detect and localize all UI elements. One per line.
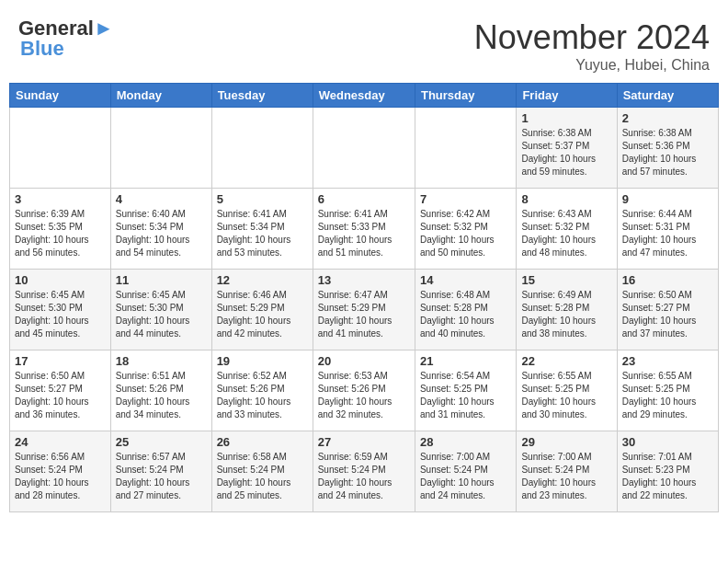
day-info: Sunrise: 6:47 AM Sunset: 5:29 PM Dayligh…	[318, 289, 410, 340]
day-number: 22	[521, 354, 611, 368]
day-info: Sunrise: 6:43 AM Sunset: 5:32 PM Dayligh…	[521, 208, 611, 259]
col-header-tuesday: Tuesday	[211, 84, 313, 108]
day-info: Sunrise: 6:52 AM Sunset: 5:26 PM Dayligh…	[217, 370, 308, 421]
day-number: 10	[15, 273, 106, 287]
calendar-week-3: 10Sunrise: 6:45 AM Sunset: 5:30 PM Dayli…	[10, 270, 719, 350]
day-number: 4	[116, 192, 207, 206]
day-info: Sunrise: 6:41 AM Sunset: 5:34 PM Dayligh…	[217, 208, 308, 259]
logo-text: General►	[18, 18, 114, 39]
day-number: 17	[15, 354, 106, 368]
day-info: Sunrise: 6:50 AM Sunset: 5:27 PM Dayligh…	[15, 370, 106, 421]
day-info: Sunrise: 7:00 AM Sunset: 5:24 PM Dayligh…	[521, 451, 611, 502]
calendar-cell: 28Sunrise: 7:00 AM Sunset: 5:24 PM Dayli…	[415, 431, 516, 512]
calendar-cell	[211, 108, 313, 189]
day-number: 26	[217, 435, 308, 449]
day-number: 16	[622, 273, 713, 287]
day-info: Sunrise: 6:40 AM Sunset: 5:34 PM Dayligh…	[116, 208, 207, 259]
col-header-monday: Monday	[110, 84, 211, 108]
calendar-cell: 29Sunrise: 7:00 AM Sunset: 5:24 PM Dayli…	[517, 431, 617, 512]
day-number: 20	[318, 354, 410, 368]
day-number: 3	[15, 192, 106, 206]
calendar-cell	[415, 108, 516, 189]
day-info: Sunrise: 6:53 AM Sunset: 5:26 PM Dayligh…	[318, 370, 410, 421]
calendar-cell: 2Sunrise: 6:38 AM Sunset: 5:36 PM Daylig…	[617, 108, 718, 189]
day-number: 6	[318, 192, 410, 206]
calendar-week-4: 17Sunrise: 6:50 AM Sunset: 5:27 PM Dayli…	[10, 350, 719, 431]
calendar-cell: 22Sunrise: 6:55 AM Sunset: 5:25 PM Dayli…	[517, 350, 617, 431]
day-number: 27	[318, 435, 410, 449]
day-info: Sunrise: 6:41 AM Sunset: 5:33 PM Dayligh…	[318, 208, 410, 259]
day-number: 18	[116, 354, 207, 368]
month-title: November 2024	[474, 18, 710, 57]
day-number: 2	[622, 111, 713, 125]
day-number: 9	[622, 192, 713, 206]
day-number: 21	[420, 354, 511, 368]
location: Yuyue, Hubei, China	[474, 57, 710, 74]
day-info: Sunrise: 6:57 AM Sunset: 5:24 PM Dayligh…	[116, 451, 207, 502]
calendar-cell: 9Sunrise: 6:44 AM Sunset: 5:31 PM Daylig…	[617, 189, 718, 270]
day-info: Sunrise: 7:00 AM Sunset: 5:24 PM Dayligh…	[420, 451, 511, 502]
day-number: 23	[622, 354, 713, 368]
day-info: Sunrise: 6:45 AM Sunset: 5:30 PM Dayligh…	[116, 289, 207, 340]
calendar-cell: 24Sunrise: 6:56 AM Sunset: 5:24 PM Dayli…	[10, 431, 111, 512]
calendar-cell: 11Sunrise: 6:45 AM Sunset: 5:30 PM Dayli…	[110, 270, 211, 350]
day-number: 1	[521, 111, 611, 125]
calendar-cell: 15Sunrise: 6:49 AM Sunset: 5:28 PM Dayli…	[517, 270, 617, 350]
day-info: Sunrise: 6:44 AM Sunset: 5:31 PM Dayligh…	[622, 208, 713, 259]
day-number: 8	[521, 192, 611, 206]
day-number: 14	[420, 273, 511, 287]
day-number: 28	[420, 435, 511, 449]
calendar-cell: 21Sunrise: 6:54 AM Sunset: 5:25 PM Dayli…	[415, 350, 516, 431]
calendar-cell: 6Sunrise: 6:41 AM Sunset: 5:33 PM Daylig…	[313, 189, 415, 270]
day-info: Sunrise: 6:58 AM Sunset: 5:24 PM Dayligh…	[217, 451, 308, 502]
calendar-cell: 13Sunrise: 6:47 AM Sunset: 5:29 PM Dayli…	[313, 270, 415, 350]
day-info: Sunrise: 6:55 AM Sunset: 5:25 PM Dayligh…	[622, 370, 713, 421]
calendar-cell: 10Sunrise: 6:45 AM Sunset: 5:30 PM Dayli…	[10, 270, 111, 350]
calendar-cell: 7Sunrise: 6:42 AM Sunset: 5:32 PM Daylig…	[415, 189, 516, 270]
day-number: 24	[15, 435, 106, 449]
col-header-thursday: Thursday	[415, 84, 516, 108]
calendar-header-row: SundayMondayTuesdayWednesdayThursdayFrid…	[10, 84, 719, 108]
day-info: Sunrise: 6:46 AM Sunset: 5:29 PM Dayligh…	[217, 289, 308, 340]
day-info: Sunrise: 6:38 AM Sunset: 5:37 PM Dayligh…	[521, 127, 611, 178]
col-header-friday: Friday	[517, 84, 617, 108]
calendar-cell: 12Sunrise: 6:46 AM Sunset: 5:29 PM Dayli…	[211, 270, 313, 350]
title-block: November 2024 Yuyue, Hubei, China	[474, 18, 710, 74]
day-info: Sunrise: 6:49 AM Sunset: 5:28 PM Dayligh…	[521, 289, 611, 340]
day-info: Sunrise: 6:54 AM Sunset: 5:25 PM Dayligh…	[420, 370, 511, 421]
day-info: Sunrise: 6:39 AM Sunset: 5:35 PM Dayligh…	[15, 208, 106, 259]
day-number: 30	[622, 435, 713, 449]
day-number: 19	[217, 354, 308, 368]
calendar-cell: 5Sunrise: 6:41 AM Sunset: 5:34 PM Daylig…	[211, 189, 313, 270]
calendar-cell: 25Sunrise: 6:57 AM Sunset: 5:24 PM Dayli…	[110, 431, 211, 512]
day-info: Sunrise: 6:55 AM Sunset: 5:25 PM Dayligh…	[521, 370, 611, 421]
col-header-wednesday: Wednesday	[313, 84, 415, 108]
day-info: Sunrise: 6:38 AM Sunset: 5:36 PM Dayligh…	[622, 127, 713, 178]
calendar-week-5: 24Sunrise: 6:56 AM Sunset: 5:24 PM Dayli…	[10, 431, 719, 512]
page-header: General► Blue November 2024 Yuyue, Hubei…	[9, 9, 719, 78]
day-info: Sunrise: 7:01 AM Sunset: 5:23 PM Dayligh…	[622, 451, 713, 502]
calendar-cell: 1Sunrise: 6:38 AM Sunset: 5:37 PM Daylig…	[517, 108, 617, 189]
day-number: 25	[116, 435, 207, 449]
day-number: 13	[318, 273, 410, 287]
day-info: Sunrise: 6:51 AM Sunset: 5:26 PM Dayligh…	[116, 370, 207, 421]
calendar-cell	[313, 108, 415, 189]
day-info: Sunrise: 6:59 AM Sunset: 5:24 PM Dayligh…	[318, 451, 410, 502]
day-info: Sunrise: 6:45 AM Sunset: 5:30 PM Dayligh…	[15, 289, 106, 340]
calendar-table: SundayMondayTuesdayWednesdayThursdayFrid…	[9, 83, 719, 512]
calendar-cell: 16Sunrise: 6:50 AM Sunset: 5:27 PM Dayli…	[617, 270, 718, 350]
calendar-cell: 8Sunrise: 6:43 AM Sunset: 5:32 PM Daylig…	[517, 189, 617, 270]
day-number: 11	[116, 273, 207, 287]
calendar-week-2: 3Sunrise: 6:39 AM Sunset: 5:35 PM Daylig…	[10, 189, 719, 270]
calendar-week-1: 1Sunrise: 6:38 AM Sunset: 5:37 PM Daylig…	[10, 108, 719, 189]
logo: General► Blue	[18, 18, 114, 59]
calendar-cell: 23Sunrise: 6:55 AM Sunset: 5:25 PM Dayli…	[617, 350, 718, 431]
col-header-sunday: Sunday	[10, 84, 111, 108]
day-number: 7	[420, 192, 511, 206]
day-number: 29	[521, 435, 611, 449]
calendar-cell: 26Sunrise: 6:58 AM Sunset: 5:24 PM Dayli…	[211, 431, 313, 512]
calendar-cell: 14Sunrise: 6:48 AM Sunset: 5:28 PM Dayli…	[415, 270, 516, 350]
calendar-cell	[10, 108, 111, 189]
calendar-cell	[110, 108, 211, 189]
col-header-saturday: Saturday	[617, 84, 718, 108]
